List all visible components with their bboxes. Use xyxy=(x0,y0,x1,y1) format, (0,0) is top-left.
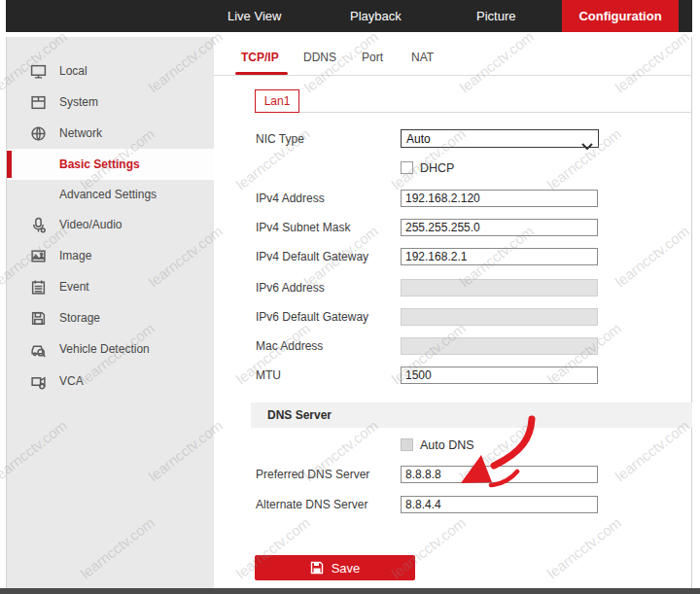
sidebar-item-label: Storage xyxy=(59,311,100,325)
top-navigation-bar: Live View Playback Picture Configuration xyxy=(6,0,692,32)
mac-address-label: Mac Address xyxy=(256,337,323,355)
ipv4-address-input[interactable] xyxy=(401,190,598,207)
main-content: TCP/IP DDNS Port NAT Lan1 NIC Type Auto … xyxy=(214,37,692,588)
sidebar-item-basic-settings[interactable]: Basic Settings xyxy=(7,149,215,180)
microphone-icon xyxy=(30,217,47,233)
save-icon xyxy=(310,561,324,575)
mtu-label: MTU xyxy=(256,367,281,384)
sidebar-item-video-audio[interactable]: Video/Audio xyxy=(7,209,215,240)
window-icon xyxy=(30,94,47,111)
sidebar-item-advanced-settings[interactable]: Advanced Settings xyxy=(7,179,215,210)
alternate-dns-input[interactable] xyxy=(401,496,598,513)
ipv6-gateway-input xyxy=(401,308,598,326)
sidebar-item-system[interactable]: System xyxy=(7,87,215,118)
alternate-dns-label: Alternate DNS Server xyxy=(256,496,368,513)
ipv4-subnet-input[interactable] xyxy=(401,219,598,236)
lan1-subtab[interactable]: Lan1 xyxy=(255,89,299,113)
mac-address-input xyxy=(401,337,598,355)
sidebar-item-image[interactable]: Image xyxy=(7,240,215,271)
sidebar-item-network[interactable]: Network xyxy=(7,118,215,149)
sidebar-item-vca[interactable]: VCA xyxy=(7,366,215,397)
nic-type-select[interactable]: Auto xyxy=(401,129,599,148)
configuration-page: learncctv.comlearncctv.comlearncctv.coml… xyxy=(0,0,700,594)
sidebar-item-label: System xyxy=(59,95,98,109)
vehicle-detection-icon xyxy=(30,341,47,358)
ipv6-address-input xyxy=(401,279,598,297)
lan-divider xyxy=(299,112,692,113)
save-button[interactable]: Save xyxy=(255,555,415,580)
sidebar-item-label: Network xyxy=(59,126,102,140)
dhcp-checkbox[interactable] xyxy=(401,161,413,174)
sidebar-item-local[interactable]: Local xyxy=(7,55,215,87)
ipv4-address-label: IPv4 Address xyxy=(256,190,325,207)
auto-dns-checkbox[interactable] xyxy=(401,438,413,451)
sidebar-item-label: Event xyxy=(59,280,89,294)
sidebar-item-label: Advanced Settings xyxy=(59,188,157,201)
sidebar-item-event[interactable]: Event xyxy=(7,271,215,302)
dns-section-title: DNS Server xyxy=(267,402,692,428)
ipv4-gateway-label: IPv4 Default Gateway xyxy=(256,248,368,265)
sidebar-item-label: Image xyxy=(59,249,91,262)
ipv6-address-label: IPv6 Address xyxy=(256,279,325,297)
nic-type-label: NIC Type xyxy=(256,130,304,148)
save-button-label: Save xyxy=(332,561,361,576)
ipv4-gateway-input[interactable] xyxy=(401,248,598,265)
preferred-dns-label: Preferred DNS Server xyxy=(256,466,369,483)
nav-live-view[interactable]: Live View xyxy=(228,0,281,32)
sidebar-item-vehicle-detection[interactable]: Vehicle Detection xyxy=(7,333,215,365)
tab-ddns[interactable]: DDNS xyxy=(303,51,336,64)
storage-icon xyxy=(30,310,47,327)
sidebar-item-label: Basic Settings xyxy=(59,157,140,171)
tab-nat[interactable]: NAT xyxy=(411,51,434,64)
sidebar-item-label: Local xyxy=(59,64,88,78)
tab-port[interactable]: Port xyxy=(362,51,383,64)
image-icon xyxy=(30,248,47,264)
globe-icon xyxy=(30,125,47,142)
monitor-icon xyxy=(30,63,47,80)
tab-tcpip[interactable]: TCP/IP xyxy=(241,51,279,64)
preferred-dns-input[interactable] xyxy=(401,466,598,483)
ipv6-gateway-label: IPv6 Default Gateway xyxy=(256,308,368,326)
chevron-down-icon xyxy=(581,136,593,154)
calendar-icon xyxy=(30,279,47,296)
dhcp-label: DHCP xyxy=(420,161,454,175)
mtu-input[interactable] xyxy=(401,367,598,384)
sidebar-item-label: Vehicle Detection xyxy=(59,342,150,356)
tabs-divider xyxy=(214,75,692,76)
nic-type-value: Auto xyxy=(406,130,431,148)
nav-playback[interactable]: Playback xyxy=(350,0,402,32)
ipv4-subnet-label: IPv4 Subnet Mask xyxy=(256,219,350,236)
sidebar: Local System Network Basic Settings Adva… xyxy=(6,37,214,588)
vca-icon xyxy=(30,373,47,390)
sidebar-item-storage[interactable]: Storage xyxy=(7,302,215,333)
dns-section-header: DNS Server xyxy=(251,402,692,428)
nav-configuration[interactable]: Configuration xyxy=(562,0,679,32)
sidebar-item-label: Video/Audio xyxy=(59,218,122,231)
page-footer-bar xyxy=(0,588,700,594)
nav-picture[interactable]: Picture xyxy=(476,0,515,32)
auto-dns-label: Auto DNS xyxy=(420,438,474,452)
sidebar-item-label: VCA xyxy=(59,374,84,388)
